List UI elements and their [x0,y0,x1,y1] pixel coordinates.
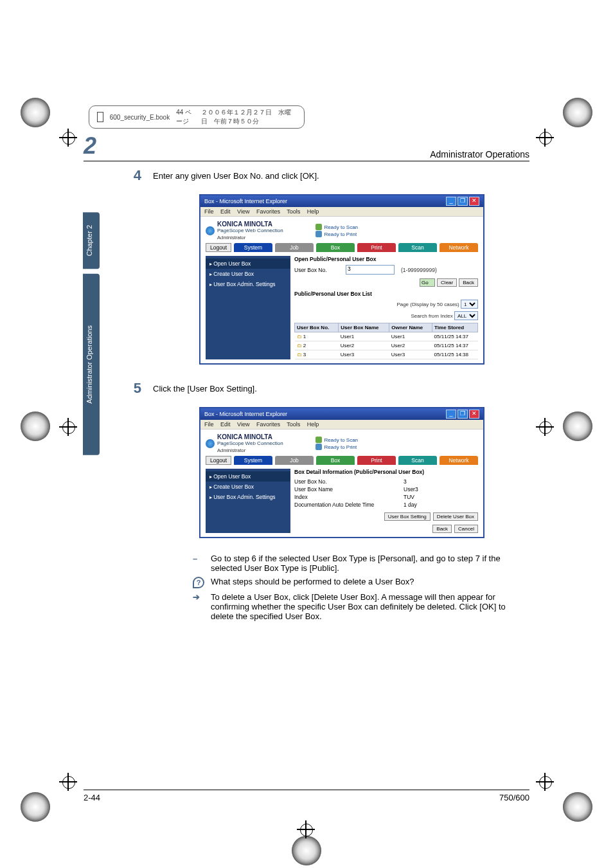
page-select[interactable]: 1 [461,300,478,309]
ie-titlebar: Box - Microsoft Internet Explorer _ ❐ ✕ [200,195,483,207]
tab-scan[interactable]: Scan [398,243,437,252]
menu-view[interactable]: View [237,208,249,215]
clear-button[interactable]: Clear [437,278,457,287]
note-answer: To delete a User Box, click [Delete User… [211,592,529,621]
close-button[interactable]: ✕ [469,197,479,206]
side-admin-settings[interactable]: User Box Admin. Settings [206,492,290,502]
menu-help[interactable]: Help [307,421,319,428]
tab-network[interactable]: Network [440,243,478,252]
rh-date: ２００６年１２月２７日 水曜日 午前７時５０分 [201,108,297,126]
label-auto-delete: Documentation Auto Delete Time [294,502,384,508]
tab-job[interactable]: Job [275,456,314,465]
logout-button[interactable]: Logout [206,456,231,465]
menu-tools[interactable]: Tools [287,421,300,428]
table-row[interactable]: 🗀 1 User1 User1 05/11/25 14:37 [295,332,478,341]
tab-print[interactable]: Print [357,456,396,465]
menu-help[interactable]: Help [307,208,319,215]
tab-box[interactable]: Box [316,243,355,252]
crop-dot [563,411,592,441]
side-create-user-box[interactable]: Create User Box [206,269,290,279]
close-button[interactable]: ✕ [469,410,479,419]
minimize-button[interactable]: _ [446,197,456,206]
side-admin-settings[interactable]: User Box Admin. Settings [206,279,290,289]
menu-favorites[interactable]: Favorites [256,208,280,215]
dash-icon: – [193,554,204,573]
folder-icon: 🗀 [297,343,302,348]
side-create-user-box[interactable]: Create User Box [206,482,290,492]
col-owner: Owner Name [389,323,432,332]
menu-file[interactable]: File [204,421,214,428]
brand-name: KONICA MINOLTA [217,221,283,228]
brand-logo-icon [206,226,215,235]
menu-edit[interactable]: Edit [220,208,231,215]
tab-box[interactable]: Box [316,456,355,465]
step-4: 4 Enter any given User Box No. and click… [122,167,529,184]
side-tabs: Chapter 2 Administrator Operations [83,212,100,455]
note-goto: Go to step 6 if the selected User Box Ty… [211,554,529,573]
menu-file[interactable]: File [204,208,214,215]
tab-system[interactable]: System [234,456,272,465]
rh-pageinfo: 44 ページ [176,108,194,126]
back-button[interactable]: Back [432,525,452,533]
step-number: 4 [122,167,141,184]
list-heading: Public/Personal User Box List [294,291,478,297]
back-button[interactable]: Back [459,278,478,287]
print-status-icon [315,444,322,450]
arrow-right-icon: ➔ [193,592,204,621]
table-row[interactable]: 🗀 2 User2 User2 05/11/25 14:37 [295,341,478,350]
value-auto-delete: 1 day [404,502,417,508]
cancel-button[interactable]: Cancel [454,525,478,533]
footer-page-number: 2-44 [84,793,100,802]
chapter-number: 2 [84,132,96,159]
label-index: Index [294,494,384,500]
page-display-label: Page (Display by 50 cases) [396,302,459,307]
table-row[interactable]: 🗀 3 User3 User3 05/11/25 14:38 [295,350,478,359]
ie-menubar: File Edit View Favorites Tools Help [200,420,483,429]
scan-status-icon [315,224,322,230]
register-mark [536,773,554,791]
side-open-user-box[interactable]: Open User Box [206,258,290,269]
crop-dot [21,98,50,127]
user-box-setting-button[interactable]: User Box Setting [384,512,431,521]
rh-file: 600_security_E.book [110,114,170,121]
register-mark [297,820,315,838]
page-header: 2 Administrator Operations [84,132,529,161]
user-box-no-input[interactable]: 3 [346,265,395,275]
delete-user-box-button[interactable]: Delete User Box [433,512,478,521]
range-hint: (1-999999999) [401,267,437,273]
admin-label: Administrator [217,235,283,240]
step-5: 5 Click the [User Box Setting]. [122,380,529,397]
admin-label: Administrator [217,448,283,453]
panel-heading: Open Public/Personal User Box [294,256,478,262]
menu-view[interactable]: View [237,421,249,428]
col-time: Time Stored [432,323,478,332]
brand-logo-icon [206,439,215,448]
col-box-name: User Box Name [339,323,389,332]
menu-favorites[interactable]: Favorites [256,421,280,428]
tab-job[interactable]: Job [275,243,314,252]
menu-tools[interactable]: Tools [287,208,300,215]
menu-edit[interactable]: Edit [220,421,231,428]
print-status-icon [315,231,322,237]
crop-dot [563,792,592,822]
index-search-label: Search from Index [411,313,452,319]
side-open-user-box[interactable]: Open User Box [206,471,290,482]
tab-scan[interactable]: Scan [398,456,437,465]
tab-network[interactable]: Network [440,456,478,465]
ie-title: Box - Microsoft Internet Explorer [204,411,287,417]
label-box-no: User Box No. [294,478,384,485]
side-menu: Open User Box Create User Box User Box A… [206,256,290,359]
status-print: Ready to Print [324,231,357,237]
question-icon: ? [193,577,204,588]
tab-print[interactable]: Print [357,243,396,252]
tab-system[interactable]: System [234,243,272,252]
maximize-button[interactable]: ❐ [458,197,468,206]
crop-dot [563,98,592,127]
index-select[interactable]: ALL [454,311,478,320]
minimize-button[interactable]: _ [446,410,456,419]
register-mark [59,418,77,436]
footer-model: 750/600 [499,793,529,802]
logout-button[interactable]: Logout [206,243,231,252]
maximize-button[interactable]: ❐ [458,410,468,419]
go-button[interactable]: Go [420,278,435,287]
